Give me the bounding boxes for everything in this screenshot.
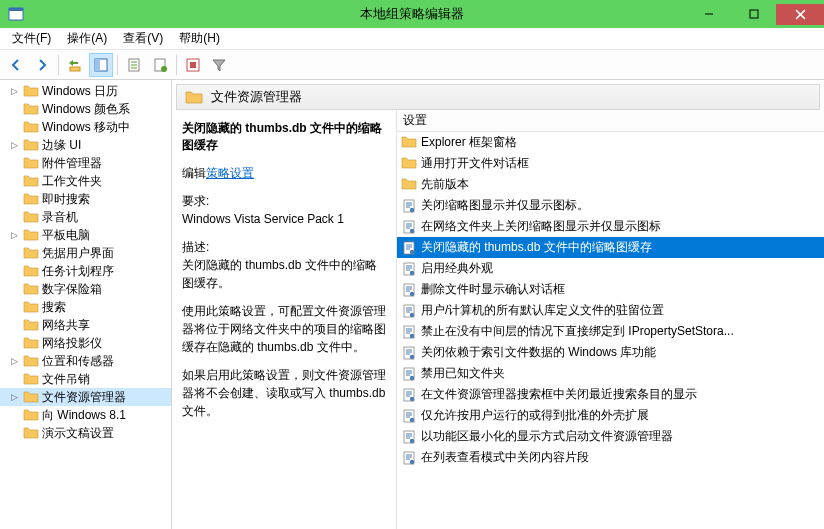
filter-button[interactable] <box>207 53 231 77</box>
show-tree-button[interactable] <box>89 53 113 77</box>
description-text: 如果启用此策略设置，则文件资源管理器将不会创建、读取或写入 thumbs.db … <box>182 366 386 420</box>
folder-icon <box>23 282 39 296</box>
list-item[interactable]: 禁用已知文件夹 <box>397 363 824 384</box>
svg-point-36 <box>410 270 414 274</box>
settings-list[interactable]: Explorer 框架窗格通用打开文件对话框先前版本关闭缩略图显示并仅显示图标。… <box>397 132 824 529</box>
tree-item[interactable]: Windows 移动中 <box>0 118 171 136</box>
folder-icon <box>23 156 39 170</box>
description-text: 使用此策略设置，可配置文件资源管理器将位于网络文件夹中的项目的缩略图缓存在隐藏的… <box>182 302 386 356</box>
list-item[interactable]: 启用经典外观 <box>397 258 824 279</box>
list-item[interactable]: 禁止在没有中间层的情况下直接绑定到 IPropertySetStora... <box>397 321 824 342</box>
tree-item-label: 即时搜索 <box>42 191 90 208</box>
tree-item-label: 搜索 <box>42 299 66 316</box>
tree-item[interactable]: 演示文稿设置 <box>0 424 171 442</box>
edit-prefix: 编辑 <box>182 166 206 180</box>
tree-item[interactable]: ▷位置和传感器 <box>0 352 171 370</box>
tree-panel[interactable]: ▷Windows 日历Windows 颜色系Windows 移动中▷边缘 UI附… <box>0 80 172 529</box>
up-level-button[interactable] <box>63 53 87 77</box>
edit-line: 编辑策略设置 <box>182 164 386 182</box>
tree-item[interactable]: 附件管理器 <box>0 154 171 172</box>
tree-item-label: 网络投影仪 <box>42 335 102 352</box>
tree-item[interactable]: 工作文件夹 <box>0 172 171 190</box>
tree-item[interactable]: ▷平板电脑 <box>0 226 171 244</box>
refresh-button[interactable] <box>181 53 205 77</box>
folder-icon <box>185 89 203 105</box>
policy-icon <box>401 345 417 361</box>
maximize-button[interactable] <box>731 4 776 25</box>
properties-button[interactable] <box>122 53 146 77</box>
minimize-button[interactable] <box>686 4 731 25</box>
folder-icon <box>401 156 417 172</box>
list-item[interactable]: 先前版本 <box>397 174 824 195</box>
tree-item[interactable]: 即时搜索 <box>0 190 171 208</box>
list-item[interactable]: 关闭依赖于索引文件数据的 Windows 库功能 <box>397 342 824 363</box>
svg-rect-8 <box>95 59 100 71</box>
folder-icon <box>23 264 39 278</box>
svg-point-26 <box>410 228 414 232</box>
list-item-label: 启用经典外观 <box>421 260 493 277</box>
expand-icon[interactable]: ▷ <box>8 391 20 403</box>
tree-item[interactable]: 搜索 <box>0 298 171 316</box>
list-item[interactable]: 关闭隐藏的 thumbs.db 文件中的缩略图缓存 <box>397 237 824 258</box>
svg-point-81 <box>410 459 414 463</box>
list-item[interactable]: 用户/计算机的所有默认库定义文件的驻留位置 <box>397 300 824 321</box>
tree-item[interactable]: 文件吊销 <box>0 370 171 388</box>
list-item[interactable]: 在网络文件夹上关闭缩略图显示并仅显示图标 <box>397 216 824 237</box>
list-item[interactable]: 在文件资源管理器搜索框中关闭最近搜索条目的显示 <box>397 384 824 405</box>
list-item[interactable]: 删除文件时显示确认对话框 <box>397 279 824 300</box>
list-item-label: 仅允许按用户运行的或得到批准的外壳扩展 <box>421 407 649 424</box>
list-item[interactable]: 以功能区最小化的显示方式启动文件资源管理器 <box>397 426 824 447</box>
tree-item-label: 录音机 <box>42 209 78 226</box>
policy-title: 关闭隐藏的 thumbs.db 文件中的缩略图缓存 <box>182 120 386 154</box>
list-item[interactable]: 通用打开文件对话框 <box>397 153 824 174</box>
menu-view[interactable]: 查看(V) <box>115 28 171 49</box>
svg-rect-16 <box>190 62 196 68</box>
window-title: 本地组策略编辑器 <box>360 5 464 23</box>
svg-point-71 <box>410 417 414 421</box>
list-item[interactable]: 仅允许按用户运行的或得到批准的外壳扩展 <box>397 405 824 426</box>
tree-item[interactable]: 数字保险箱 <box>0 280 171 298</box>
menu-help[interactable]: 帮助(H) <box>171 28 228 49</box>
expand-icon[interactable]: ▷ <box>8 85 20 97</box>
expand-icon[interactable]: ▷ <box>8 139 20 151</box>
split-view: 关闭隐藏的 thumbs.db 文件中的缩略图缓存 编辑策略设置 要求: Win… <box>172 110 824 529</box>
folder-icon <box>23 246 39 260</box>
expand-icon[interactable]: ▷ <box>8 229 20 241</box>
list-item[interactable]: 在列表查看模式中关闭内容片段 <box>397 447 824 468</box>
menu-action[interactable]: 操作(A) <box>59 28 115 49</box>
tree-item[interactable]: 网络共享 <box>0 316 171 334</box>
tree-item[interactable]: ▷Windows 日历 <box>0 82 171 100</box>
close-button[interactable] <box>776 4 824 25</box>
tree-item-label: 任务计划程序 <box>42 263 114 280</box>
expand-icon[interactable]: ▷ <box>8 355 20 367</box>
list-item-label: 通用打开文件对话框 <box>421 155 529 172</box>
tree-item[interactable]: 录音机 <box>0 208 171 226</box>
back-button[interactable] <box>4 53 28 77</box>
title-bar: 本地组策略编辑器 <box>0 0 824 28</box>
menu-file[interactable]: 文件(F) <box>4 28 59 49</box>
tree-item[interactable]: 任务计划程序 <box>0 262 171 280</box>
tree-item[interactable]: 凭据用户界面 <box>0 244 171 262</box>
tree-item[interactable]: ▷文件资源管理器 <box>0 388 171 406</box>
tree-item[interactable]: Windows 颜色系 <box>0 100 171 118</box>
tree-item[interactable]: ▷边缘 UI <box>0 136 171 154</box>
tree-item-label: Windows 移动中 <box>42 119 130 136</box>
tree-item-label: 向 Windows 8.1 <box>42 407 126 424</box>
export-button[interactable] <box>148 53 172 77</box>
list-column-header[interactable]: 设置 <box>397 110 824 132</box>
list-item-label: 先前版本 <box>421 176 469 193</box>
edit-policy-link[interactable]: 策略设置 <box>206 166 254 180</box>
tree-item-label: 平板电脑 <box>42 227 90 244</box>
forward-button[interactable] <box>30 53 54 77</box>
tree-item-label: 文件资源管理器 <box>42 389 126 406</box>
tree-item[interactable]: 向 Windows 8.1 <box>0 406 171 424</box>
list-item[interactable]: Explorer 框架窗格 <box>397 132 824 153</box>
tree-item[interactable]: 网络投影仪 <box>0 334 171 352</box>
list-item[interactable]: 关闭缩略图显示并仅显示图标。 <box>397 195 824 216</box>
svg-rect-3 <box>750 10 758 18</box>
folder-icon <box>23 84 39 98</box>
list-item-label: 关闭缩略图显示并仅显示图标。 <box>421 197 589 214</box>
list-item-label: 关闭依赖于索引文件数据的 Windows 库功能 <box>421 344 656 361</box>
policy-icon <box>401 366 417 382</box>
description-text: 关闭隐藏的 thumbs.db 文件中的缩略图缓存。 <box>182 256 386 292</box>
